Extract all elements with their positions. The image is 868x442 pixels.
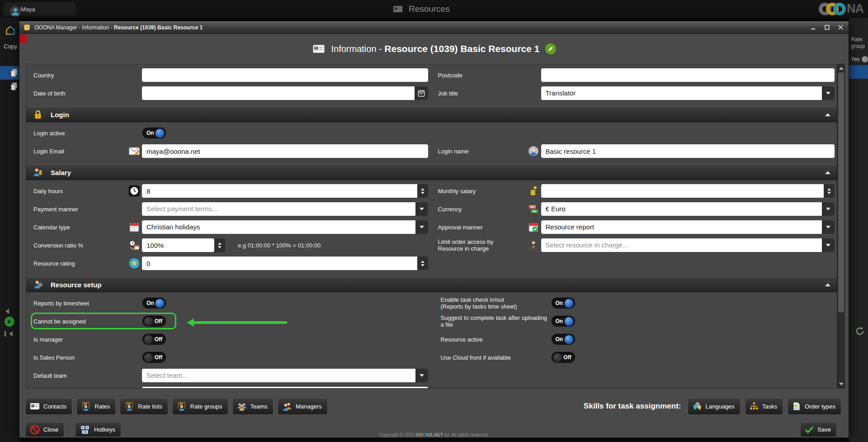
scrollbar-thumb[interactable] [838, 72, 844, 312]
job-title-value[interactable]: Translator [541, 86, 822, 100]
background-copy-label: Copy [4, 43, 17, 50]
payment-manner-placeholder[interactable]: Select payment terms... [142, 202, 415, 216]
section-header-resource-setup[interactable]: Resource setup [26, 277, 837, 292]
close-window-button[interactable] [836, 24, 845, 31]
payment-manner-select[interactable]: Select payment terms... [142, 202, 428, 216]
tab-teams[interactable]: Teams [232, 398, 274, 415]
cannot-be-assigned-toggle[interactable]: Off [142, 315, 166, 327]
toggle-state-label: Off [155, 318, 162, 324]
form-row: Reports by timesheet On Enable task chec… [26, 294, 837, 312]
job-title-select[interactable]: Translator [541, 86, 835, 100]
clipped-input[interactable] [142, 387, 428, 389]
dob-input[interactable] [142, 86, 415, 100]
resource-in-charge-select[interactable]: Select resource in charge... [541, 238, 835, 252]
skip-to-start-icon[interactable] [5, 331, 13, 337]
collapse-icon[interactable] [825, 280, 830, 286]
chevron-down-icon[interactable] [822, 238, 835, 252]
play-button[interactable] [5, 317, 14, 327]
form-scrollbar[interactable] [837, 64, 844, 388]
approval-manner-value[interactable]: Resource report [541, 220, 822, 234]
collapse-icon[interactable] [825, 168, 830, 174]
is-sales-person-toggle[interactable]: Off [142, 352, 166, 363]
calendar-picker-button[interactable] [415, 86, 428, 100]
currency-value[interactable]: € Euro [541, 202, 822, 216]
form-row: Conversion ratio % e.g 01:00:00 * 100% =… [26, 236, 837, 254]
document-lines-icon [792, 401, 802, 411]
skills-tasks-button[interactable]: Tasks [745, 398, 783, 415]
daily-hours-input[interactable] [142, 184, 417, 198]
minimize-button[interactable] [809, 24, 818, 31]
background-right-panel: Rate group Yes [849, 18, 868, 442]
country-label: Country [33, 72, 127, 79]
default-team-select[interactable]: Select team... [142, 369, 428, 382]
application: Maya Resources NA Copy [0, 0, 868, 442]
calendar-type-select[interactable]: Christian holidays [142, 220, 428, 234]
dob-label: Date of birth [33, 90, 127, 97]
maximize-button[interactable] [822, 24, 831, 31]
refresh-icon[interactable] [854, 326, 865, 337]
form-row: Calendar type Christian holidays Approva… [26, 218, 837, 236]
skills-order-types-button[interactable]: Order types [788, 398, 841, 415]
monthly-salary-spinner[interactable] [824, 184, 835, 198]
user-chip[interactable]: Maya [4, 2, 76, 16]
toggle-knob [564, 317, 574, 326]
suggest-complete-toggle[interactable]: On [551, 315, 576, 327]
home-icon[interactable] [5, 24, 16, 36]
dialog-titlebar[interactable]: OOONA Manager - Information - Resource (… [19, 21, 849, 34]
collapse-icon[interactable] [825, 110, 830, 116]
document-copy-icon[interactable] [9, 81, 19, 91]
chevron-down-icon[interactable] [822, 86, 835, 100]
brand-text: OOONA.NET [415, 432, 443, 437]
country-input[interactable] [142, 68, 428, 82]
section-header-login[interactable]: Login [26, 107, 837, 122]
chevron-down-icon[interactable] [822, 220, 835, 234]
calendar-type-value[interactable]: Christian holidays [142, 220, 415, 234]
tab-rate-lists[interactable]: Rate lists [120, 398, 168, 415]
tab-rates[interactable]: Rates [76, 398, 116, 415]
task-check-toggle[interactable]: On [551, 297, 576, 309]
ooona-logo: NA [819, 2, 863, 16]
daily-hours-spinner[interactable] [417, 184, 428, 198]
star-rating-icon [127, 257, 142, 269]
tab-contacts[interactable]: Contacts [25, 398, 72, 415]
suggest-complete-label: Suggest to complete task after uploading… [438, 314, 551, 328]
rates-abacus-icon [176, 401, 187, 412]
cloud-front-toggle[interactable]: Off [551, 352, 576, 363]
rate-group-column-header: Rate group [851, 36, 868, 50]
conversion-ratio-spinner[interactable] [214, 238, 225, 252]
chevron-down-icon[interactable] [415, 202, 428, 216]
toggle-state-label: On [146, 130, 154, 136]
currency-select[interactable]: € Euro [541, 202, 835, 216]
login-active-toggle[interactable]: On [142, 127, 166, 139]
chevron-down-icon[interactable] [415, 369, 428, 382]
login-email-input[interactable] [142, 144, 428, 158]
login-name-input[interactable] [541, 144, 835, 158]
form-row-highlighted: Cannot be assigned Off Suggest to comple… [26, 312, 837, 330]
monthly-salary-input[interactable] [541, 184, 824, 198]
payment-manner-label: Payment manner [33, 206, 127, 213]
resource-rating-spinner[interactable] [417, 257, 428, 270]
page-title: Information - Resource (1039) Basic Reso… [331, 43, 539, 54]
section-header-salary[interactable]: Salary [26, 165, 837, 180]
resource-information-dialog: OOONA Manager - Information - Resource (… [19, 21, 849, 438]
default-team-placeholder[interactable]: Select team... [142, 369, 415, 382]
reports-by-timesheet-toggle[interactable]: On [142, 297, 166, 309]
scroll-left-icon[interactable] [3, 308, 9, 316]
resource-active-toggle[interactable]: On [551, 333, 576, 345]
chevron-down-icon[interactable] [822, 202, 835, 216]
resource-in-charge-placeholder[interactable]: Select resource in charge... [541, 238, 822, 252]
nav-resources[interactable]: Resources [392, 4, 450, 14]
tab-managers[interactable]: Managers [278, 398, 328, 415]
is-manager-toggle[interactable]: Off [142, 333, 166, 345]
tab-rate-groups[interactable]: Rate groups [172, 398, 228, 415]
background-selected-row [849, 65, 868, 79]
background-selected-row[interactable] [0, 66, 19, 80]
scrollbar-up-icon[interactable] [837, 64, 845, 71]
approval-manner-select[interactable]: Resource report [541, 220, 835, 234]
postcode-input[interactable] [541, 68, 835, 82]
scrollbar-down-icon[interactable] [837, 381, 845, 388]
resource-rating-input[interactable] [142, 257, 417, 270]
conversion-ratio-input[interactable] [142, 238, 214, 252]
skills-languages-button[interactable]: Languages [688, 398, 741, 415]
chevron-down-icon[interactable] [415, 220, 428, 234]
